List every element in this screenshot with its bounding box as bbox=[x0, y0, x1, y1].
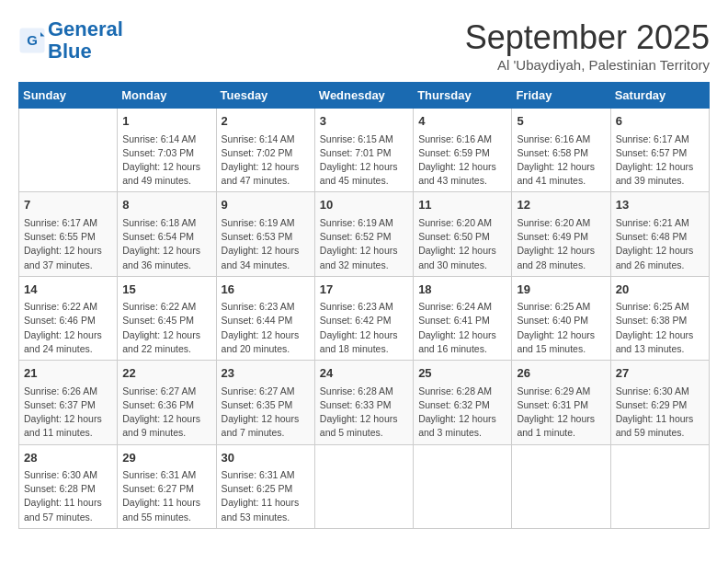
calendar-header-row: SundayMondayTuesdayWednesdayThursdayFrid… bbox=[19, 83, 710, 109]
page-header: G GeneralBlue September 2025 Al 'Ubaydiy… bbox=[18, 18, 710, 73]
day-number: 8 bbox=[122, 196, 210, 214]
calendar-cell: 8Sunrise: 6:18 AMSunset: 6:54 PMDaylight… bbox=[118, 192, 216, 276]
day-number: 6 bbox=[616, 112, 704, 131]
calendar-cell bbox=[610, 444, 709, 528]
header-monday: Monday bbox=[118, 83, 216, 109]
calendar-cell: 1Sunrise: 6:14 AMSunset: 7:03 PMDaylight… bbox=[118, 109, 216, 192]
cell-info: Sunrise: 6:17 AMSunset: 6:55 PMDaylight:… bbox=[24, 216, 112, 272]
day-number: 20 bbox=[616, 281, 704, 299]
calendar-week-3: 14Sunrise: 6:22 AMSunset: 6:46 PMDayligh… bbox=[19, 276, 710, 360]
calendar-cell: 23Sunrise: 6:27 AMSunset: 6:35 PMDayligh… bbox=[216, 361, 314, 444]
calendar-cell: 7Sunrise: 6:17 AMSunset: 6:55 PMDaylight… bbox=[19, 192, 118, 276]
calendar-cell: 2Sunrise: 6:14 AMSunset: 7:02 PMDaylight… bbox=[216, 109, 314, 192]
cell-info: Sunrise: 6:22 AMSunset: 6:45 PMDaylight:… bbox=[122, 300, 210, 356]
calendar-cell bbox=[314, 444, 413, 528]
cell-info: Sunrise: 6:24 AMSunset: 6:41 PMDaylight:… bbox=[418, 300, 506, 356]
day-number: 15 bbox=[122, 281, 210, 299]
day-number: 26 bbox=[517, 364, 605, 383]
day-number: 1 bbox=[122, 112, 210, 131]
cell-info: Sunrise: 6:20 AMSunset: 6:50 PMDaylight:… bbox=[418, 216, 506, 272]
cell-info: Sunrise: 6:25 AMSunset: 6:40 PMDaylight:… bbox=[517, 300, 605, 356]
calendar-cell: 5Sunrise: 6:16 AMSunset: 6:58 PMDaylight… bbox=[512, 109, 610, 192]
calendar-week-4: 21Sunrise: 6:26 AMSunset: 6:37 PMDayligh… bbox=[19, 361, 710, 444]
day-number: 18 bbox=[418, 281, 506, 299]
day-number: 19 bbox=[517, 281, 605, 299]
logo-text: GeneralBlue bbox=[48, 18, 123, 63]
cell-info: Sunrise: 6:31 AMSunset: 6:25 PMDaylight:… bbox=[222, 468, 310, 524]
calendar-cell: 25Sunrise: 6:28 AMSunset: 6:32 PMDayligh… bbox=[414, 361, 512, 444]
calendar-cell: 9Sunrise: 6:19 AMSunset: 6:53 PMDaylight… bbox=[216, 192, 314, 276]
calendar-cell: 28Sunrise: 6:30 AMSunset: 6:28 PMDayligh… bbox=[19, 444, 118, 528]
cell-info: Sunrise: 6:19 AMSunset: 6:52 PMDaylight:… bbox=[320, 216, 408, 272]
cell-info: Sunrise: 6:14 AMSunset: 7:02 PMDaylight:… bbox=[222, 132, 310, 189]
cell-info: Sunrise: 6:28 AMSunset: 6:33 PMDaylight:… bbox=[320, 385, 408, 441]
calendar-cell: 27Sunrise: 6:30 AMSunset: 6:29 PMDayligh… bbox=[610, 361, 709, 444]
cell-info: Sunrise: 6:26 AMSunset: 6:37 PMDaylight:… bbox=[24, 385, 112, 441]
cell-info: Sunrise: 6:18 AMSunset: 6:54 PMDaylight:… bbox=[122, 216, 210, 272]
calendar-week-2: 7Sunrise: 6:17 AMSunset: 6:55 PMDaylight… bbox=[19, 192, 710, 276]
day-number: 16 bbox=[222, 281, 310, 299]
cell-info: Sunrise: 6:25 AMSunset: 6:38 PMDaylight:… bbox=[616, 300, 704, 356]
svg-text:G: G bbox=[27, 32, 38, 48]
calendar-cell: 10Sunrise: 6:19 AMSunset: 6:52 PMDayligh… bbox=[314, 192, 413, 276]
calendar-cell: 15Sunrise: 6:22 AMSunset: 6:45 PMDayligh… bbox=[118, 276, 216, 360]
calendar-cell: 30Sunrise: 6:31 AMSunset: 6:25 PMDayligh… bbox=[216, 444, 314, 528]
day-number: 7 bbox=[24, 196, 112, 214]
day-number: 21 bbox=[24, 364, 112, 383]
day-number: 14 bbox=[24, 281, 112, 299]
logo-icon: G bbox=[18, 27, 46, 54]
day-number: 30 bbox=[222, 449, 310, 467]
day-number: 29 bbox=[122, 449, 210, 467]
header-thursday: Thursday bbox=[414, 83, 512, 109]
calendar-cell: 14Sunrise: 6:22 AMSunset: 6:46 PMDayligh… bbox=[19, 276, 118, 360]
calendar-cell: 6Sunrise: 6:17 AMSunset: 6:57 PMDaylight… bbox=[610, 109, 709, 192]
cell-info: Sunrise: 6:16 AMSunset: 6:59 PMDaylight:… bbox=[418, 132, 506, 189]
day-number: 23 bbox=[222, 364, 310, 383]
calendar-cell: 16Sunrise: 6:23 AMSunset: 6:44 PMDayligh… bbox=[216, 276, 314, 360]
day-number: 12 bbox=[517, 196, 605, 214]
day-number: 2 bbox=[222, 112, 310, 131]
calendar-cell: 22Sunrise: 6:27 AMSunset: 6:36 PMDayligh… bbox=[118, 361, 216, 444]
cell-info: Sunrise: 6:27 AMSunset: 6:36 PMDaylight:… bbox=[122, 385, 210, 441]
cell-info: Sunrise: 6:20 AMSunset: 6:49 PMDaylight:… bbox=[517, 216, 605, 272]
cell-info: Sunrise: 6:30 AMSunset: 6:28 PMDaylight:… bbox=[24, 468, 112, 524]
cell-info: Sunrise: 6:30 AMSunset: 6:29 PMDaylight:… bbox=[616, 385, 704, 441]
calendar-week-1: 1Sunrise: 6:14 AMSunset: 7:03 PMDaylight… bbox=[19, 109, 710, 192]
day-number: 5 bbox=[517, 112, 605, 131]
location: Al 'Ubaydiyah, Palestinian Territory bbox=[465, 57, 710, 73]
calendar-week-5: 28Sunrise: 6:30 AMSunset: 6:28 PMDayligh… bbox=[19, 444, 710, 528]
calendar-cell: 12Sunrise: 6:20 AMSunset: 6:49 PMDayligh… bbox=[512, 192, 610, 276]
calendar-cell bbox=[414, 444, 512, 528]
cell-info: Sunrise: 6:19 AMSunset: 6:53 PMDaylight:… bbox=[222, 216, 310, 272]
cell-info: Sunrise: 6:27 AMSunset: 6:35 PMDaylight:… bbox=[222, 385, 310, 441]
calendar-cell: 3Sunrise: 6:15 AMSunset: 7:01 PMDaylight… bbox=[314, 109, 413, 192]
cell-info: Sunrise: 6:28 AMSunset: 6:32 PMDaylight:… bbox=[418, 385, 506, 441]
logo: G GeneralBlue bbox=[18, 18, 123, 63]
day-number: 24 bbox=[320, 364, 408, 383]
calendar-cell: 20Sunrise: 6:25 AMSunset: 6:38 PMDayligh… bbox=[610, 276, 709, 360]
month-title: September 2025 bbox=[465, 18, 710, 57]
header-wednesday: Wednesday bbox=[314, 83, 413, 109]
day-number: 13 bbox=[616, 196, 704, 214]
cell-info: Sunrise: 6:23 AMSunset: 6:44 PMDaylight:… bbox=[222, 300, 310, 356]
cell-info: Sunrise: 6:29 AMSunset: 6:31 PMDaylight:… bbox=[517, 385, 605, 441]
header-friday: Friday bbox=[512, 83, 610, 109]
cell-info: Sunrise: 6:21 AMSunset: 6:48 PMDaylight:… bbox=[616, 216, 704, 272]
cell-info: Sunrise: 6:31 AMSunset: 6:27 PMDaylight:… bbox=[122, 468, 210, 524]
calendar-cell: 13Sunrise: 6:21 AMSunset: 6:48 PMDayligh… bbox=[610, 192, 709, 276]
cell-info: Sunrise: 6:16 AMSunset: 6:58 PMDaylight:… bbox=[517, 132, 605, 189]
calendar-cell bbox=[512, 444, 610, 528]
header-tuesday: Tuesday bbox=[216, 83, 314, 109]
cell-info: Sunrise: 6:15 AMSunset: 7:01 PMDaylight:… bbox=[320, 132, 408, 189]
calendar-cell: 17Sunrise: 6:23 AMSunset: 6:42 PMDayligh… bbox=[314, 276, 413, 360]
day-number: 3 bbox=[320, 112, 408, 131]
day-number: 10 bbox=[320, 196, 408, 214]
header-saturday: Saturday bbox=[610, 83, 709, 109]
day-number: 25 bbox=[418, 364, 506, 383]
calendar-cell: 26Sunrise: 6:29 AMSunset: 6:31 PMDayligh… bbox=[512, 361, 610, 444]
day-number: 28 bbox=[24, 449, 112, 467]
calendar-cell: 24Sunrise: 6:28 AMSunset: 6:33 PMDayligh… bbox=[314, 361, 413, 444]
day-number: 4 bbox=[418, 112, 506, 131]
calendar-cell: 29Sunrise: 6:31 AMSunset: 6:27 PMDayligh… bbox=[118, 444, 216, 528]
day-number: 17 bbox=[320, 281, 408, 299]
